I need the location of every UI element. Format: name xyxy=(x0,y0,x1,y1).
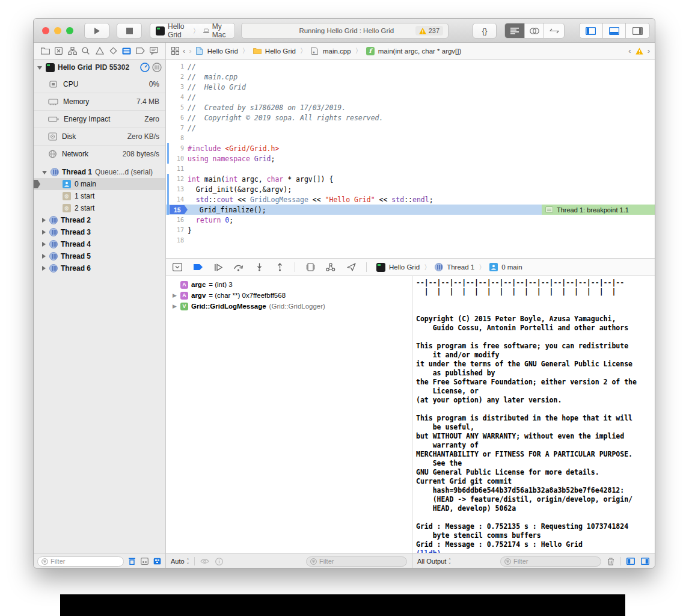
variables-view[interactable]: Aargc = (int) 3▶Aargv = (char **) 0x7ffe… xyxy=(166,276,412,553)
run-button[interactable] xyxy=(84,23,109,38)
toggle-debug-area-button[interactable] xyxy=(603,23,626,38)
variable-row[interactable]: Aargc = (int) 3 xyxy=(166,279,412,290)
step-out-button[interactable] xyxy=(274,262,285,273)
search-navigator-icon[interactable] xyxy=(81,46,91,57)
activity-status-bar[interactable]: Running Hello Grid : Hello Grid 237 xyxy=(241,23,449,38)
thread-row[interactable]: Thread 3 xyxy=(34,226,165,238)
console-output-dropdown[interactable]: All Output ⌃⌄ xyxy=(417,558,452,565)
step-over-button[interactable] xyxy=(233,262,244,273)
jump-crumb-project[interactable]: Hello Grid xyxy=(207,48,238,55)
show-crashed-threads-button[interactable] xyxy=(139,556,149,566)
scheme-selector[interactable]: Hello Grid 〉 My Mac xyxy=(150,23,235,38)
line-number[interactable]: 17 xyxy=(166,227,188,233)
thread-row[interactable]: Thread 2 xyxy=(34,214,165,226)
continue-button[interactable] xyxy=(213,262,224,273)
line-number[interactable]: 4 xyxy=(166,94,188,100)
thread-row[interactable]: Thread 1Queue:...d (serial) xyxy=(34,166,165,178)
line-number[interactable]: 8 xyxy=(166,135,188,141)
clear-console-button[interactable] xyxy=(606,556,616,566)
quicklook-eye-button[interactable] xyxy=(200,556,209,566)
project-navigator-icon[interactable] xyxy=(40,46,51,57)
debug-crumb-process[interactable]: Hello Grid xyxy=(389,263,420,271)
disclosure-triangle-icon[interactable] xyxy=(42,230,46,235)
jump-crumb-symbol[interactable]: main(int argc, char * argv[]) xyxy=(378,48,462,55)
line-number[interactable]: 9 xyxy=(166,145,188,152)
line-number[interactable]: 16 xyxy=(166,217,188,223)
line-number[interactable]: 2 xyxy=(166,73,188,80)
gauge-row[interactable]: DiskZero KB/s xyxy=(34,128,165,145)
previous-issue-button[interactable]: ‹ xyxy=(628,46,631,55)
minimize-window-button[interactable] xyxy=(54,27,61,34)
line-number[interactable]: 11 xyxy=(166,165,188,172)
source-editor[interactable]: 1//2// main.cpp3// Hello Grid4//5// Crea… xyxy=(166,60,655,258)
line-number[interactable]: 6 xyxy=(166,114,188,121)
close-window-button[interactable] xyxy=(42,27,49,34)
next-issue-button[interactable]: › xyxy=(648,46,650,55)
thread-row[interactable]: Thread 4 xyxy=(34,238,165,250)
toggle-inspector-panel-button[interactable] xyxy=(626,23,649,38)
profile-in-instruments-icon[interactable] xyxy=(140,63,150,72)
breakpoint-navigator-icon[interactable] xyxy=(135,46,145,57)
console-filter-field[interactable]: Filter xyxy=(500,556,601,567)
navigator-filter-field[interactable]: Filter xyxy=(37,556,124,567)
test-navigator-icon[interactable] xyxy=(108,46,118,57)
stop-button[interactable] xyxy=(117,23,142,38)
step-into-button[interactable] xyxy=(254,262,265,273)
disclosure-triangle-icon[interactable] xyxy=(42,218,46,223)
forward-button[interactable]: › xyxy=(189,46,191,55)
info-button[interactable] xyxy=(214,556,224,566)
debug-navigator-icon[interactable] xyxy=(121,46,132,57)
related-items-icon[interactable] xyxy=(171,47,179,55)
current-line-flag[interactable]: 15 xyxy=(170,205,188,214)
variables-filter-field[interactable]: Filter xyxy=(306,556,407,567)
stack-frame-row[interactable]: ⚙2 start xyxy=(34,202,165,214)
disclosure-triangle-icon[interactable] xyxy=(42,242,46,247)
disclosure-caret-icon[interactable]: ▶ xyxy=(172,303,177,309)
jump-crumb-file[interactable]: main.cpp xyxy=(323,48,351,55)
report-navigator-icon[interactable] xyxy=(149,46,159,57)
disclosure-triangle-icon[interactable] xyxy=(42,266,46,271)
line-number[interactable]: 13 xyxy=(166,186,188,192)
back-button[interactable]: ‹ xyxy=(183,46,185,55)
line-number[interactable]: 10 xyxy=(166,155,188,162)
variable-row[interactable]: ▶Aargv = (char **) 0x7ffeefbff568 xyxy=(166,290,412,301)
symbol-navigator-icon[interactable] xyxy=(54,46,64,57)
assistant-editor-button[interactable] xyxy=(525,23,545,38)
simulate-location-button[interactable] xyxy=(346,262,357,273)
gauge-row[interactable]: Memory7.4 MB xyxy=(34,93,165,110)
console-output[interactable]: --|--|--|--|--|--|--|--|--|--|--|--|--|-… xyxy=(412,276,655,553)
line-number[interactable]: 1 xyxy=(166,63,188,70)
line-number[interactable]: 12 xyxy=(166,176,188,182)
toggle-navigator-panel-button[interactable] xyxy=(580,23,603,38)
gauge-row[interactable]: CPU0% xyxy=(34,75,165,93)
line-number[interactable]: 3 xyxy=(166,84,188,90)
debug-view-hierarchy-button[interactable] xyxy=(305,262,316,273)
disclosure-caret-icon[interactable]: ▶ xyxy=(172,292,177,298)
variables-scope-dropdown[interactable]: Auto ⌃⌄ xyxy=(171,558,189,565)
show-running-threads-button[interactable] xyxy=(127,556,136,566)
thread-row[interactable]: Thread 6 xyxy=(34,262,165,274)
line-number[interactable]: 5 xyxy=(166,104,188,111)
library-button[interactable]: {} xyxy=(473,23,497,38)
gauge-row[interactable]: Network208 bytes/s xyxy=(34,145,165,162)
stack-frame-row[interactable]: ⚙1 start xyxy=(34,190,165,202)
jump-crumb-group[interactable]: Hello Grid xyxy=(265,48,296,55)
debug-memory-graph-button[interactable] xyxy=(325,262,336,273)
variable-row[interactable]: ▶VGrid::GridLogMessage (Grid::GridLogger… xyxy=(166,301,412,312)
line-number[interactable]: 18 xyxy=(166,237,188,244)
gauge-row[interactable]: Energy ImpactZero xyxy=(34,110,165,128)
breakpoints-toggle-button[interactable] xyxy=(192,262,203,273)
zoom-window-button[interactable] xyxy=(66,27,73,34)
toggle-variables-view-button[interactable] xyxy=(626,556,635,566)
stack-frame-row[interactable]: 0 main xyxy=(34,178,165,190)
view-mode-button[interactable] xyxy=(152,556,162,566)
process-row[interactable]: Hello Grid PID 55302 xyxy=(34,60,165,75)
issue-navigator-icon[interactable] xyxy=(94,46,105,57)
thread-row[interactable]: Thread 5 xyxy=(34,250,165,262)
debug-crumb-thread[interactable]: Thread 1 xyxy=(447,263,474,271)
breakpoint-annotation[interactable]: Thread 1: breakpoint 1.1 xyxy=(542,205,655,215)
line-number[interactable]: 7 xyxy=(166,125,188,131)
warning-count-badge[interactable]: 237 xyxy=(415,26,443,35)
disclosure-triangle-icon[interactable] xyxy=(37,66,42,70)
toggle-console-view-button[interactable] xyxy=(640,556,650,566)
